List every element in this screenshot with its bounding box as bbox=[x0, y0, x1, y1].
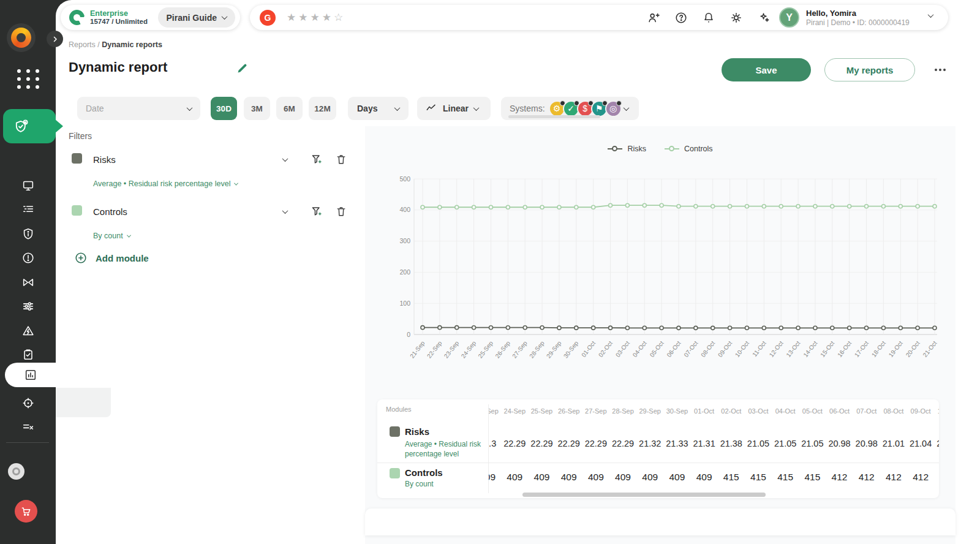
table-column: 07-Oct20.98412 bbox=[853, 399, 880, 491]
chevron-down-icon bbox=[623, 105, 629, 111]
apps-grid-icon[interactable] bbox=[15, 67, 42, 91]
ai-assistant-button[interactable] bbox=[757, 11, 771, 25]
legend-marker-icon bbox=[665, 146, 679, 152]
svg-text:11-Oct: 11-Oct bbox=[751, 339, 767, 358]
more-options-button[interactable] bbox=[935, 69, 946, 71]
svg-text:13-Oct: 13-Oct bbox=[785, 339, 801, 358]
svg-text:04-Oct: 04-Oct bbox=[631, 339, 648, 358]
controls-value-cell: 409 bbox=[556, 463, 582, 491]
risks-expand-button[interactable] bbox=[278, 153, 292, 166]
settings-button[interactable] bbox=[729, 11, 743, 25]
table-col-header: 06-Oct bbox=[826, 399, 853, 424]
controls-value-cell: 409 bbox=[489, 463, 501, 491]
edit-title-button[interactable] bbox=[236, 62, 249, 77]
risks-add-filter-button[interactable] bbox=[310, 153, 323, 166]
controls-metric-link[interactable]: By count bbox=[93, 232, 130, 240]
sidebar-item-incidents[interactable] bbox=[0, 320, 56, 342]
controls-add-filter-button[interactable] bbox=[310, 205, 323, 218]
sidebar-expand-button[interactable] bbox=[47, 31, 63, 47]
trash-icon bbox=[335, 205, 347, 217]
systems-avatars: ⚙✓$⚑◎ bbox=[545, 100, 622, 117]
main-content: Enterprise 15747 / Unlimited Pirani Guid… bbox=[56, 0, 980, 544]
risks-metric-link[interactable]: Average • Residual risk percentage level bbox=[93, 179, 238, 188]
risks-value-cell: 22.29 bbox=[582, 424, 609, 463]
breadcrumb-current: Dynamic reports bbox=[102, 40, 162, 49]
sidebar-item-events[interactable] bbox=[0, 247, 56, 269]
plan-card: Enterprise 15747 / Unlimited Pirani Guid… bbox=[61, 5, 240, 30]
svg-text:200: 200 bbox=[399, 268, 410, 276]
svg-text:300: 300 bbox=[399, 237, 410, 244]
sidebar-item-processes[interactable] bbox=[0, 198, 56, 221]
pirani-guide-button[interactable]: Pirani Guide bbox=[158, 7, 235, 28]
risks-value-cell: 21.38 bbox=[718, 424, 745, 463]
rating-stars[interactable]: ★★★★☆ bbox=[287, 11, 345, 24]
controls-value-cell: 412 bbox=[907, 463, 934, 491]
notifications-button[interactable] bbox=[702, 11, 715, 25]
date-select[interactable]: Date bbox=[77, 97, 200, 120]
g2-letter: G bbox=[265, 13, 271, 23]
sidebar-item-dashboard[interactable] bbox=[0, 175, 56, 197]
user-avatar[interactable]: Y bbox=[779, 7, 799, 28]
chevron-down-icon bbox=[234, 181, 238, 185]
granularity-select[interactable]: Days bbox=[348, 97, 409, 120]
table-col-header: 25-Sep bbox=[528, 399, 555, 424]
controls-value-cell: 409 bbox=[609, 463, 636, 491]
controls-module-label: Controls bbox=[93, 206, 127, 217]
save-button[interactable]: Save bbox=[722, 58, 811, 81]
purchases-cart-button[interactable] bbox=[15, 500, 37, 523]
table-col-header: 02-Oct bbox=[718, 399, 745, 424]
svg-text:07-Oct: 07-Oct bbox=[682, 339, 699, 358]
breadcrumb-parent[interactable]: Reports bbox=[69, 40, 96, 49]
systems-select[interactable]: Systems: ⚙✓$⚑◎ bbox=[501, 97, 639, 120]
controls-expand-button[interactable] bbox=[278, 205, 292, 218]
my-reports-button[interactable]: My reports bbox=[824, 58, 915, 81]
sidebar-item-risk-management[interactable] bbox=[0, 223, 56, 245]
chevron-down-icon bbox=[282, 208, 288, 214]
range-6m-button[interactable]: 6M bbox=[276, 97, 303, 120]
my-reports-label: My reports bbox=[846, 65, 894, 75]
controls-delete-button[interactable] bbox=[334, 205, 348, 218]
sidebar-item-compliance[interactable] bbox=[0, 271, 56, 293]
chart-type-select[interactable]: Linear bbox=[417, 97, 491, 120]
user-menu-chevron-icon[interactable] bbox=[928, 12, 934, 18]
sidebar-item-action-plans[interactable] bbox=[0, 416, 56, 438]
systems-label: Systems: bbox=[510, 104, 545, 113]
range-3m-button[interactable]: 3M bbox=[244, 97, 270, 120]
bar-chart-icon bbox=[24, 368, 37, 382]
table-col-header: 30-Sep bbox=[663, 399, 690, 424]
risks-value-cell: 21.05 bbox=[799, 424, 826, 463]
rating-star-empty: ☆ bbox=[334, 12, 345, 23]
systems-scrollbar[interactable] bbox=[508, 115, 600, 118]
sliders-icon bbox=[21, 300, 35, 313]
sidebar-item-reports-active[interactable] bbox=[5, 363, 56, 387]
table-col-header: 07-Oct bbox=[853, 399, 880, 424]
add-user-button[interactable] bbox=[647, 11, 660, 25]
sidebar-item-settings[interactable] bbox=[0, 295, 56, 317]
table-scrollbar-thumb[interactable] bbox=[522, 493, 766, 497]
add-module-button[interactable]: Add module bbox=[74, 251, 149, 265]
table-column: 28-Sep22.29409 bbox=[609, 399, 636, 491]
chevron-down-icon bbox=[222, 13, 228, 20]
help-button[interactable] bbox=[674, 11, 688, 25]
legend-item-controls[interactable]: Controls bbox=[665, 145, 713, 153]
svg-text:01-Oct: 01-Oct bbox=[580, 339, 597, 358]
table-scroll-area[interactable]: 23-Sep22.340924-Sep22.2940925-Sep22.2940… bbox=[489, 399, 939, 491]
controls-value-cell: 409 bbox=[582, 463, 609, 491]
risks-delete-button[interactable] bbox=[334, 153, 348, 166]
sidebar-item-risk-active[interactable] bbox=[3, 109, 56, 143]
pirani-logo[interactable] bbox=[7, 23, 36, 52]
client-logo[interactable] bbox=[8, 463, 24, 480]
sidebar-item-objectives[interactable] bbox=[0, 392, 56, 414]
table-col-header: 05-Oct bbox=[799, 399, 826, 424]
table-column: 04-Oct21.05415 bbox=[772, 399, 799, 491]
compass-system-avatar[interactable]: ◎ bbox=[605, 100, 622, 117]
controls-row-label: Controls bbox=[405, 467, 443, 478]
bottom-panel bbox=[365, 508, 956, 535]
range-30d-button[interactable]: 30D bbox=[211, 97, 237, 120]
range-12m-button[interactable]: 12M bbox=[309, 97, 336, 120]
data-table: Modules Risks Average • Residual risk pe… bbox=[377, 399, 939, 498]
pirani-mark-icon bbox=[69, 10, 85, 25]
svg-text:14-Oct: 14-Oct bbox=[802, 339, 818, 358]
legend-item-risks[interactable]: Risks bbox=[608, 145, 646, 153]
controls-value-cell: 415 bbox=[718, 463, 745, 491]
